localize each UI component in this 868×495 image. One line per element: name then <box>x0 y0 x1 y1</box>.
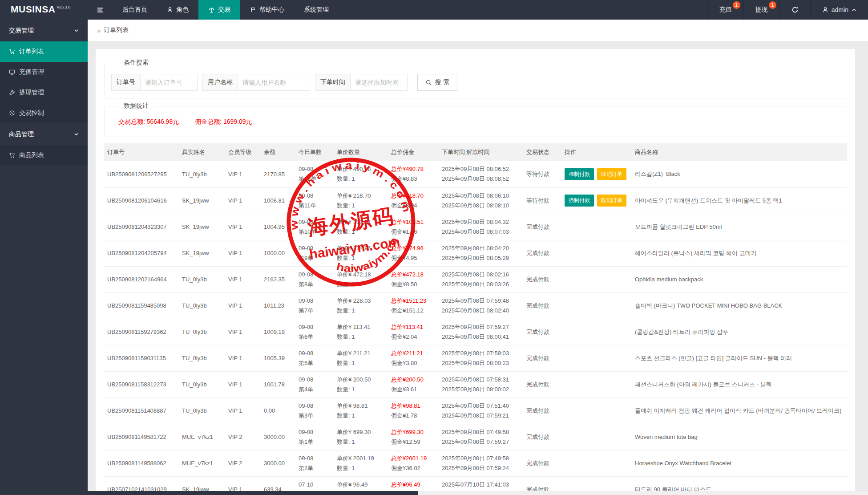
cell-line-2: 第6单 <box>299 332 330 342</box>
control-icon <box>9 110 15 116</box>
cell-line-2: 数量: 1 <box>337 306 384 316</box>
cell-line-2: 佣金¥8.83 <box>391 174 435 184</box>
search-row: 订单号用户名称下单时间 搜 索 <box>111 74 840 91</box>
search-field-input[interactable] <box>141 74 198 91</box>
cell-line-2: 2025年09月08日 08:08:52 <box>442 174 519 184</box>
cell-line-2: 2025年09月08日 08:08:10 <box>442 201 519 211</box>
sidebar-group-label: 交易管理 <box>9 27 34 35</box>
column-header-9: 操作 <box>561 143 631 161</box>
cell-unit-qty: 单价¥ 490.78数量: 1 <box>333 161 388 187</box>
cell-line-1: 09-08 <box>299 375 330 385</box>
notification-badge: 1 <box>769 1 776 9</box>
cell-line-1: 09-08 <box>299 401 330 411</box>
cell-today-orders: 09-08第8单 <box>295 266 333 292</box>
nav-item-label: 提现 <box>755 6 768 14</box>
cell-unit-qty: 单价¥ 113.41数量: 1 <box>333 319 388 345</box>
cell-product-name: Ophidia medium backpack <box>631 266 847 292</box>
nav-item-2[interactable]: 交易 <box>198 0 240 20</box>
horizontal-scrollbar-thumb[interactable] <box>88 491 418 495</box>
cancel-order-button[interactable]: 取消订单 <box>597 195 626 207</box>
cell-line-1: 单价¥ 218.70 <box>337 191 384 201</box>
cell-line-1: 单价¥ 699.30 <box>337 427 384 437</box>
notification-badge: 1 <box>733 1 740 9</box>
table-row: UB2509081159031135TU_0ly3bVIP 11005.3909… <box>104 345 847 371</box>
cell-unit-qty: 单价¥ 472.18数量: 1 <box>333 266 388 292</box>
cell-product-name: 아이섀도우 (무지개맨션) 트위스트 팟 아이팔레트 5종 택1 <box>631 187 847 214</box>
cell-line-2: 佣金¥151.12 <box>391 306 435 316</box>
cell-actions <box>561 450 631 476</box>
breadcrumb-separator-icon: » <box>97 27 101 34</box>
nav-item-4[interactable]: 系统管理 <box>294 0 339 20</box>
force-pay-button[interactable]: 强制付款 <box>565 195 594 207</box>
search-field-group: 用户名称 <box>202 74 310 91</box>
sidebar-item-0-0[interactable]: 订单列表 <box>0 41 88 62</box>
search-field-input[interactable] <box>238 74 310 91</box>
cell-line-2: 佣金¥1.86 <box>391 227 435 237</box>
cell-unit-qty: 单价¥ 98.81数量: 1 <box>333 398 388 424</box>
cell-actions <box>561 371 631 398</box>
chevron-down-icon <box>74 28 79 33</box>
nav-item-1[interactable]: 角色 <box>157 0 198 20</box>
chevron-up-icon <box>852 8 856 12</box>
cell-line-1: 2025年09月08日 08:04:20 <box>442 243 519 253</box>
cell-actions <box>561 424 631 450</box>
cell-order-no: UB2509081159279362 <box>104 319 178 345</box>
cell-actions <box>561 345 631 371</box>
breadcrumb-label: 订单列表 <box>104 26 129 34</box>
cell-total-commission: 总价¥699.30佣金¥12.59 <box>388 424 438 450</box>
topnav-recharge-button[interactable]: 充值1 <box>707 0 743 20</box>
cell-line-1: 总价¥699.30 <box>391 427 435 437</box>
cell-line-2: 2025年09月08日 08:00:02 <box>442 385 519 394</box>
force-pay-button[interactable]: 强制付款 <box>565 168 594 180</box>
cell-real-name: TU_0ly3b <box>178 398 225 424</box>
cell-vip-level: VIP 1 <box>225 319 260 345</box>
cancel-order-button[interactable]: 取消订单 <box>597 168 626 180</box>
sidebar-item-label: 提现管理 <box>19 89 44 97</box>
sidebar-item-0-1[interactable]: 充值管理 <box>0 62 88 82</box>
sidebar-item-0-3[interactable]: 交易控制 <box>0 103 88 123</box>
cell-product-name: 숄더백 (마크니) TWO POCKET MINI HOBO BAG BLACK <box>631 292 847 319</box>
user-menu[interactable]: admin <box>810 0 868 20</box>
cell-today-orders: 09-08第1单 <box>295 424 333 450</box>
cell-vip-level: VIP 1 <box>225 161 260 187</box>
sidebar-item-1-0[interactable]: 商品列表 <box>0 145 88 166</box>
sidebar-group-1[interactable]: 商品管理 <box>0 123 88 145</box>
cell-vip-level: VIP 1 <box>225 345 260 371</box>
cell-line-2: 2025年09月08日 07:59:21 <box>442 411 519 421</box>
cell-vip-level: VIP 1 <box>225 187 260 214</box>
table-row: UB2509081149588062MUE_v7kz1VIP 23000.000… <box>104 450 847 476</box>
search-button[interactable]: 搜 索 <box>417 74 457 91</box>
sidebar-item-label: 交易控制 <box>19 109 44 117</box>
sidebar-group-0[interactable]: 交易管理 <box>0 20 88 41</box>
sidebar-item-0-2[interactable]: 提现管理 <box>0 82 88 103</box>
cell-line-2: 数量: 1 <box>337 332 384 342</box>
cell-line-2: 佣金¥3.61 <box>391 385 435 394</box>
cell-today-orders: 09-08第9单 <box>295 240 333 266</box>
cell-unit-qty: 单价¥ 211.21数量: 1 <box>333 345 388 371</box>
cell-line-2: 数量: 1 <box>337 411 384 421</box>
cell-line-1: 单价¥ 103.51 <box>337 217 384 227</box>
cell-line-2: 第7单 <box>299 306 330 316</box>
wrench-icon <box>9 89 15 96</box>
app-name: MUSINSA <box>11 4 55 15</box>
refresh-button[interactable] <box>779 0 810 20</box>
search-field-input[interactable] <box>351 74 408 91</box>
cell-line-1: 总价¥113.41 <box>391 322 435 332</box>
cell-line-2: 2025年09月08日 08:02:40 <box>442 306 519 316</box>
column-header-7: 下单时间 解冻时间 <box>438 143 523 161</box>
search-button-label: 搜 索 <box>435 78 449 86</box>
cell-line-1: 总价¥200.50 <box>391 375 435 385</box>
horizontal-scrollbar[interactable] <box>88 491 868 495</box>
cell-balance: 1009.19 <box>260 319 295 345</box>
cell-line-1: 2025年09月08日 08:06:10 <box>442 191 519 201</box>
cell-today-orders: 09-08第5单 <box>295 345 333 371</box>
cell-status: 完成付款 <box>523 266 561 292</box>
nav-item-3[interactable]: 帮助中心 <box>240 0 294 20</box>
cell-line-2: 数量: 1 <box>337 227 384 237</box>
cell-line-1: 09-08 <box>299 322 330 332</box>
nav-item-0[interactable]: 后台首页 <box>113 0 157 20</box>
cell-vip-level: VIP 1 <box>225 240 260 266</box>
topnav-withdraw-button[interactable]: 提现1 <box>743 0 779 20</box>
hamburger-icon[interactable] <box>88 0 113 20</box>
cell-status: 等待付款 <box>523 161 561 187</box>
